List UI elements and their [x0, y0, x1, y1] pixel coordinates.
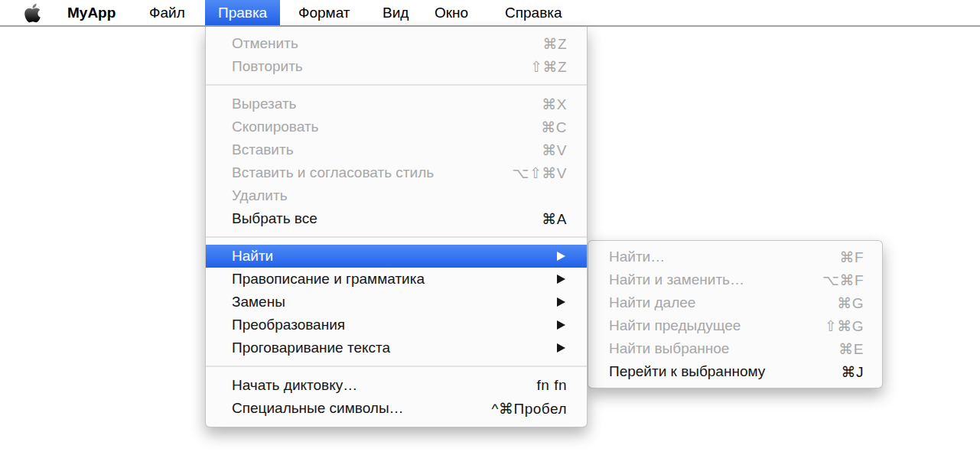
menu-item-redo: Повторить ⇧⌘Z [206, 55, 587, 78]
menubar-item-window[interactable]: Окно [422, 0, 481, 25]
menu-item-special-characters[interactable]: Специальные символы… ^⌘Пробел [206, 397, 587, 420]
submenu-item-find-previous: Найти предыдущее ⇧⌘G [588, 314, 882, 337]
menu-item-shortcut: fn fn [537, 377, 567, 394]
menu-separator [206, 236, 587, 238]
menu-item-label: Начать диктовку… [232, 377, 357, 394]
menu-item-shortcut: ⌘A [542, 210, 567, 228]
menu-item-paste-match-style: Вставить и согласовать стиль ⌥⇧⌘V [206, 161, 587, 184]
menubar-item-help[interactable]: Справка [492, 0, 575, 25]
menu-item-spelling-grammar[interactable]: Правописание и грамматика [206, 268, 587, 291]
menu-item-shortcut: ⌘V [542, 141, 567, 159]
menu-item-speech[interactable]: Проговаривание текста [206, 336, 587, 359]
menu-item-label: Найти далее [609, 294, 695, 311]
submenu-arrow-icon [557, 320, 565, 330]
menubar-item-edit[interactable]: Правка [205, 0, 280, 25]
menu-separator [206, 84, 587, 86]
submenu-arrow-icon [557, 275, 565, 284]
menubar-item-view[interactable]: Вид [370, 0, 422, 25]
menu-item-label: Удалить [232, 187, 288, 204]
menu-item-shortcut: ⌥⌘F [822, 271, 864, 289]
menu-item-label: Найти предыдущее [609, 317, 741, 334]
menu-item-undo: Отменить ⌘Z [206, 32, 587, 55]
menubar-item-format[interactable]: Формат [285, 0, 363, 25]
menu-item-label: Повторить [232, 58, 303, 75]
menu-item-label: Скопировать [232, 119, 318, 135]
menu-item-label: Проговаривание текста [232, 340, 390, 356]
menu-item-shortcut: ⇧⌘G [825, 317, 864, 335]
menu-item-shortcut: ⌘E [838, 340, 864, 358]
menu-separator [206, 366, 587, 367]
submenu-item-find-replace: Найти и заменить… ⌥⌘F [588, 268, 882, 291]
menu-item-find[interactable]: Найти [206, 245, 587, 268]
submenu-item-find: Найти… ⌘F [588, 245, 882, 268]
menu-item-shortcut: ⌥⇧⌘V [513, 164, 568, 182]
menu-item-select-all[interactable]: Выбрать все ⌘A [206, 207, 587, 230]
menu-item-start-dictation[interactable]: Начать диктовку… fn fn [206, 374, 587, 397]
find-submenu-dropdown: Найти… ⌘F Найти и заменить… ⌥⌘F Найти да… [588, 240, 883, 388]
menu-item-shortcut: ⌘J [842, 363, 864, 381]
apple-menu[interactable] [24, 2, 41, 24]
menu-item-label: Специальные символы… [232, 400, 404, 417]
menu-item-label: Найти [232, 248, 273, 265]
menu-item-label: Правописание и грамматика [232, 271, 425, 288]
menu-item-shortcut: ⌘G [837, 294, 864, 312]
submenu-item-jump-to-selection[interactable]: Перейти к выбранному ⌘J [588, 360, 882, 383]
menu-item-shortcut: ^⌘Пробел [492, 400, 567, 418]
menubar-item-app[interactable]: MyApp [54, 0, 129, 25]
submenu-arrow-icon [557, 297, 565, 307]
menu-item-copy: Скопировать ⌘C [206, 115, 587, 138]
menu-item-transformations[interactable]: Преобразования [206, 314, 587, 336]
menu-item-label: Вставить и согласовать стиль [232, 164, 434, 181]
menubar-item-file[interactable]: Файл [136, 0, 198, 25]
apple-icon [24, 2, 41, 24]
menu-item-label: Вставить [232, 141, 294, 158]
menu-item-label: Преобразования [232, 317, 345, 333]
submenu-item-find-next: Найти далее ⌘G [588, 291, 882, 314]
menu-item-label: Отменить [232, 35, 298, 52]
menu-item-shortcut: ⇧⌘Z [530, 58, 567, 76]
menu-item-shortcut: ⌘Z [542, 35, 567, 53]
edit-menu-dropdown: Отменить ⌘Z Повторить ⇧⌘Z Вырезать ⌘X Ск… [205, 27, 588, 427]
menu-item-cut: Вырезать ⌘X [206, 93, 587, 115]
submenu-item-use-selection-for-find: Найти выбранное ⌘E [588, 337, 882, 360]
menu-item-label: Найти выбранное [609, 340, 729, 357]
menu-item-shortcut: ⌘C [541, 119, 567, 136]
menu-item-delete: Удалить [206, 184, 587, 207]
menu-item-substitutions[interactable]: Замены [206, 291, 587, 314]
menu-bar: MyApp Файл Правка Формат Вид Окно Справк… [0, 0, 980, 27]
menu-item-paste: Вставить ⌘V [206, 138, 587, 161]
menu-item-label: Вырезать [232, 96, 297, 112]
menu-item-label: Выбрать все [232, 210, 317, 227]
menu-item-shortcut: ⌘X [542, 96, 567, 113]
submenu-arrow-icon [557, 252, 565, 261]
menu-item-label: Перейти к выбранному [609, 363, 765, 380]
menu-item-shortcut: ⌘F [839, 249, 864, 266]
menu-item-label: Найти… [609, 249, 665, 265]
menu-item-label: Замены [232, 294, 285, 310]
menu-item-label: Найти и заменить… [609, 271, 744, 288]
submenu-arrow-icon [557, 343, 565, 353]
